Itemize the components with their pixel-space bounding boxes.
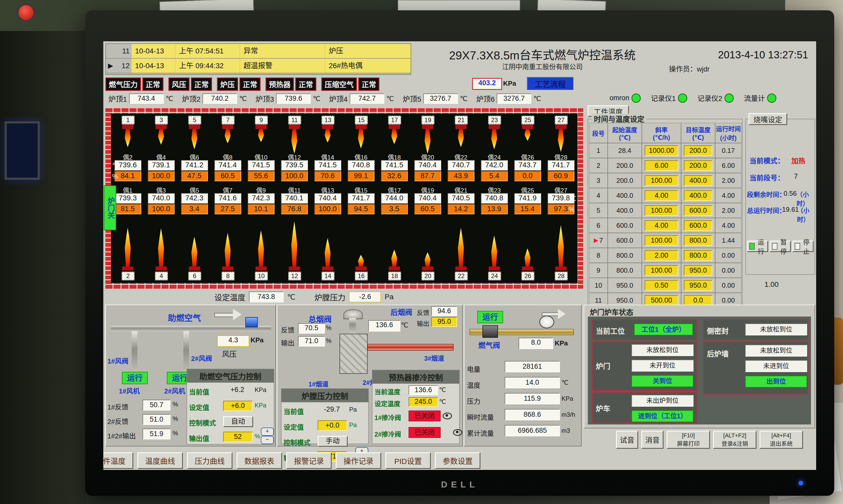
nav-param-settings[interactable]: 参数设置	[435, 452, 480, 469]
valve1-eye-icon[interactable]	[443, 413, 452, 419]
profile-editable-value[interactable]: 100.00	[645, 235, 678, 246]
burner-pause-button[interactable]: 暂停	[770, 241, 791, 252]
air-control-value[interactable]: +6.0	[223, 401, 253, 411]
nav-pressure-curve[interactable]: 压力曲线	[187, 452, 232, 469]
profile-cell[interactable]: 600.0	[608, 218, 642, 233]
profile-editable-value[interactable]: 4.00	[645, 190, 678, 201]
profile-cell[interactable]: 400.0	[608, 188, 642, 203]
profile-cell[interactable]: 0.00	[715, 263, 741, 278]
nav-data-report[interactable]: 数据报表	[237, 452, 282, 469]
profile-editable-value[interactable]: 200.0	[684, 160, 712, 171]
nav-operation-record[interactable]: 操作记录	[336, 452, 381, 469]
profile-cell[interactable]: 1.44	[715, 233, 741, 248]
profile-cell[interactable]: 100.00	[642, 173, 681, 188]
profile-cell[interactable]: 2.00	[715, 203, 741, 218]
profile-cell[interactable]: 800.0	[681, 248, 715, 263]
stray-value: 1.00	[765, 281, 779, 289]
print-screen-button[interactable]: [F10]屏幕打印	[667, 431, 710, 449]
profile-cell[interactable]: 950.0	[681, 263, 715, 278]
valve2-eye-icon[interactable]	[453, 429, 462, 436]
profile-editable-value[interactable]: 600.0	[684, 205, 712, 216]
gas-row: 累计流量6966.685m3	[466, 424, 579, 439]
profile-cell[interactable]: 800.0	[608, 263, 642, 278]
profile-cell[interactable]: 800.0	[681, 233, 715, 248]
profile-cell[interactable]: 600.0	[608, 233, 642, 248]
nav-workpiece-temp[interactable]: 工件温度	[103, 452, 133, 469]
profile-editable-value[interactable]: 950.0	[684, 280, 712, 291]
profile-table[interactable]: 段号起始温度 (℃)斜率 (℃/h)目标温度 (℃)运行时间 (小时)128.4…	[589, 123, 741, 323]
profile-editable-value[interactable]: 100.00	[645, 205, 678, 216]
profile-cell[interactable]: 400.0	[681, 173, 715, 188]
air-control-value[interactable]: 自动	[223, 416, 253, 427]
profile-cell[interactable]: 400.0	[608, 203, 642, 218]
chamber-pressure-title: 炉膛压力控制	[282, 389, 368, 402]
profile-cell[interactable]: 6.00	[715, 158, 741, 173]
profile-editable-value[interactable]: 400.0	[684, 175, 712, 186]
profile-editable-value[interactable]: 600.0	[684, 220, 712, 231]
profile-cell: 5	[589, 203, 608, 218]
nav-pid-settings[interactable]: PID设置	[385, 452, 431, 469]
profile-cell[interactable]: 0.00	[715, 278, 741, 293]
profile-editable-value[interactable]: 6.00	[645, 160, 678, 171]
alarm-list[interactable]: 1110-04-13上午 07:54:51异常炉压▶1210-04-13上午 0…	[105, 43, 411, 75]
air-control-value[interactable]: 52	[223, 432, 253, 442]
profile-editable-value[interactable]: 200.0	[684, 145, 712, 156]
profile-editable-value[interactable]: 4.00	[645, 220, 678, 231]
profile-editable-value[interactable]: 100.00	[645, 175, 678, 186]
profile-cell[interactable]: 6.00	[642, 158, 681, 173]
profile-cell[interactable]: 0.50	[642, 278, 681, 293]
profile-cell[interactable]: 2.00	[715, 173, 741, 188]
exit-system-button[interactable]: [Alt+F4]退出系统	[759, 431, 803, 449]
profile-editable-value[interactable]: 950.0	[684, 265, 712, 276]
profile-editable-value[interactable]: 500.00	[645, 295, 678, 306]
profile-cell[interactable]: 200.0	[608, 173, 642, 188]
decrease-button[interactable]: −	[261, 436, 274, 444]
profile-cell[interactable]: 4.00	[642, 188, 681, 203]
profile-editable-value[interactable]: 800.0	[684, 250, 712, 261]
fan1-pipe	[132, 331, 138, 377]
chamber-control-value[interactable]: 手动	[318, 436, 348, 447]
profile-cell[interactable]: 600.0	[681, 218, 715, 233]
login-logout-button[interactable]: [ALT+F2]登录&注销	[713, 431, 756, 449]
burner-stop-button[interactable]: 停止	[792, 241, 813, 252]
test-sound-button[interactable]: 试音	[616, 431, 638, 449]
profile-cell[interactable]: 950.0	[681, 278, 715, 293]
profile-cell[interactable]: 1000.00	[642, 143, 681, 158]
alarm-row[interactable]: 1110-04-13上午 07:54:51异常炉压	[106, 44, 411, 59]
profile-cell[interactable]: 100.00	[642, 203, 681, 218]
chamber-control-value[interactable]: +0.0	[318, 420, 347, 431]
profile-cell[interactable]: 200.0	[681, 158, 715, 173]
profile-editable-value[interactable]: 100.00	[645, 265, 678, 276]
profile-editable-value[interactable]: 0.0	[684, 295, 712, 306]
alarm-row[interactable]: ▶1210-04-13上午 09:44:32超温报警26#热电偶	[106, 59, 411, 73]
burner-run-button[interactable]: 运行	[747, 241, 768, 252]
profile-cell[interactable]: 28.4	[608, 143, 642, 158]
profile-editable-value[interactable]: 1000.00	[645, 145, 678, 156]
profile-cell[interactable]: 200.0	[681, 143, 715, 158]
profile-cell[interactable]: 600.0	[681, 203, 715, 218]
profile-cell[interactable]: 200.0	[608, 158, 642, 173]
profile-editable-value[interactable]: 2.00	[645, 250, 678, 261]
burner-settings-button[interactable]: 烧嘴设定	[749, 113, 787, 125]
profile-cell[interactable]: 800.0	[608, 248, 642, 263]
profile-editable-value[interactable]: 800.0	[684, 235, 712, 246]
process-flow-button[interactable]: 工艺流程	[527, 77, 573, 90]
profile-editable-value[interactable]: 400.0	[684, 190, 712, 201]
profile-editable-value[interactable]: 0.50	[645, 280, 678, 291]
profile-cell[interactable]: 950.0	[608, 278, 642, 293]
profile-cell[interactable]: 100.00	[642, 263, 681, 278]
profile-cell[interactable]: 4.00	[642, 218, 681, 233]
profile-cell[interactable]: 400.0	[681, 188, 715, 203]
nav-alarm-record[interactable]: 报警记录	[286, 452, 331, 469]
profile-cell[interactable]: 0.00	[715, 248, 741, 263]
mute-button[interactable]: 消音	[641, 431, 664, 449]
precool-set-value[interactable]: 245.0	[409, 397, 438, 407]
increase-button[interactable]: +	[261, 428, 274, 436]
profile-cell[interactable]: 4.00	[715, 188, 741, 203]
profile-cell[interactable]: 100.00	[642, 233, 681, 248]
profile-cell[interactable]: 0.17	[715, 143, 741, 158]
total-value: 19.61	[782, 205, 799, 214]
nav-temp-curve[interactable]: 温度曲线	[138, 452, 183, 469]
profile-cell[interactable]: 2.00	[642, 248, 681, 263]
profile-cell[interactable]: 4.00	[715, 218, 741, 233]
